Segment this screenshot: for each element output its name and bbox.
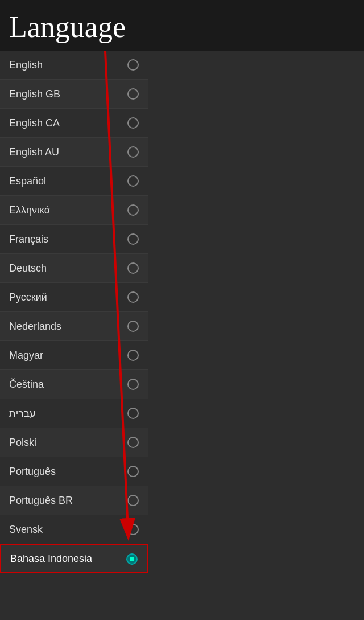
radio-english-gb[interactable] [127, 88, 139, 100]
radio-hebrew[interactable] [127, 408, 139, 419]
language-item-francais[interactable]: Français [0, 225, 148, 254]
language-item-english-au[interactable]: English AU [0, 138, 148, 167]
radio-espanol[interactable] [127, 175, 139, 187]
language-item-cestina[interactable]: Čeština [0, 370, 148, 399]
language-label-cestina: Čeština [9, 379, 44, 391]
radio-magyar[interactable] [127, 350, 139, 361]
language-label-ellinika: Ελληνικά [9, 204, 50, 216]
radio-polski[interactable] [127, 437, 139, 448]
language-item-deutsch[interactable]: Deutsch [0, 254, 148, 283]
language-label-english-ca: English CA [9, 117, 60, 129]
language-label-svensk: Svensk [9, 524, 43, 536]
language-item-polski[interactable]: Polski [0, 428, 148, 457]
language-label-magyar: Magyar [9, 350, 43, 362]
language-label-bahasa-indonesia: Bahasa Indonesia [10, 553, 92, 565]
radio-russian[interactable] [127, 291, 139, 303]
language-item-svensk[interactable]: Svensk [0, 515, 148, 544]
language-item-magyar[interactable]: Magyar [0, 341, 148, 370]
radio-english-ca[interactable] [127, 117, 139, 129]
radio-portugues-br[interactable] [127, 495, 139, 506]
language-item-ellinika[interactable]: Ελληνικά [0, 196, 148, 225]
page-container: Language EnglishEnglish GBEnglish CAEngl… [0, 0, 364, 620]
radio-svensk[interactable] [127, 524, 139, 535]
language-label-portugues: Português [9, 466, 56, 478]
radio-nederlands[interactable] [127, 321, 139, 332]
language-item-nederlands[interactable]: Nederlands [0, 312, 148, 341]
language-label-espanol: Español [9, 175, 46, 187]
language-label-nederlands: Nederlands [9, 321, 61, 332]
language-item-english[interactable]: English [0, 51, 148, 80]
radio-english-au[interactable] [127, 146, 139, 158]
language-item-hebrew[interactable]: עברית [0, 399, 148, 428]
language-label-polski: Polski [9, 437, 36, 449]
radio-ellinika[interactable] [127, 204, 139, 216]
page-title: Language [9, 10, 355, 44]
radio-cestina[interactable] [127, 379, 139, 390]
radio-francais[interactable] [127, 233, 139, 245]
language-label-russian: Русский [9, 291, 47, 303]
language-item-english-ca[interactable]: English CA [0, 109, 148, 138]
radio-bahasa-indonesia[interactable] [126, 553, 138, 565]
radio-english[interactable] [127, 59, 139, 71]
language-label-deutsch: Deutsch [9, 262, 47, 274]
radio-portugues[interactable] [127, 466, 139, 477]
language-label-english-au: English AU [9, 146, 59, 158]
language-item-bahasa-indonesia[interactable]: Bahasa Indonesia [0, 544, 148, 573]
language-item-english-gb[interactable]: English GB [0, 80, 148, 109]
language-label-portugues-br: Português BR [9, 495, 73, 507]
language-item-espanol[interactable]: Español [0, 167, 148, 196]
language-label-english: English [9, 59, 43, 71]
language-item-russian[interactable]: Русский [0, 283, 148, 312]
language-label-hebrew: עברית [9, 407, 36, 420]
radio-deutsch[interactable] [127, 262, 139, 274]
language-item-portugues[interactable]: Português [0, 457, 148, 486]
language-label-francais: Français [9, 233, 48, 245]
language-label-english-gb: English GB [9, 88, 60, 100]
language-list: EnglishEnglish GBEnglish CAEnglish AUEsp… [0, 51, 148, 573]
language-item-portugues-br[interactable]: Português BR [0, 486, 148, 515]
page-header: Language [0, 0, 364, 51]
